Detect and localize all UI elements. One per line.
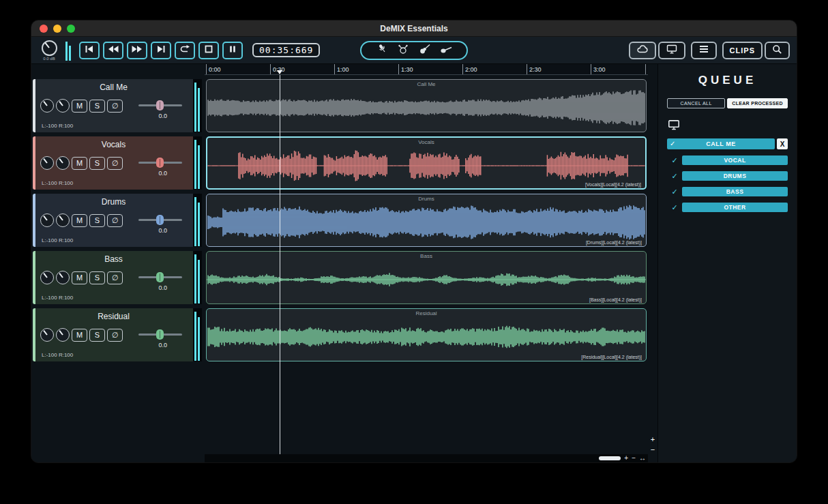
pan-range-label: L:-100 R:100 — [42, 123, 73, 129]
queue-item-pill[interactable]: VOCAL — [682, 155, 788, 165]
queue-item[interactable]: ✓ VOCAL — [667, 155, 788, 165]
pan-left-knob[interactable] — [40, 156, 54, 170]
fast-forward-button[interactable] — [127, 42, 147, 59]
track-header[interactable]: Vocals M S ∅ 0.0 L:-100 R:100 — [33, 136, 202, 190]
phase-button[interactable]: ∅ — [107, 214, 123, 227]
solo-button[interactable]: S — [89, 214, 105, 227]
check-icon: ✓ — [667, 204, 682, 211]
local-device-button[interactable] — [658, 42, 685, 59]
waveform[interactable] — [207, 259, 646, 300]
queue-item-parent[interactable]: ✓ CALL ME X — [667, 138, 788, 149]
queue-item-pill[interactable]: DRUMS — [682, 171, 788, 181]
menu-button[interactable] — [691, 42, 717, 59]
pan-right-knob[interactable] — [56, 99, 70, 113]
solo-button[interactable]: S — [89, 100, 105, 113]
track-level-meter — [193, 251, 202, 304]
app-window: DeMIX Essentials 0.0 dB — [31, 20, 797, 462]
waveform[interactable] — [207, 316, 646, 357]
timeline-ruler[interactable]: 0:000:301:001:302:002:303:003 — [205, 64, 648, 75]
meter-bar — [194, 312, 196, 361]
mute-button[interactable]: M — [72, 329, 87, 342]
hzoom-in-button[interactable]: + — [624, 455, 628, 462]
pan-right-knob[interactable] — [56, 271, 70, 284]
zoom-window-button[interactable] — [67, 25, 75, 33]
vzoom-in-button[interactable]: + — [648, 436, 657, 443]
queue-item-pill[interactable]: OTHER — [682, 203, 788, 212]
time-display[interactable]: 00:35:669 — [252, 43, 320, 57]
playhead-marker[interactable] — [277, 70, 282, 74]
stop-button[interactable] — [198, 42, 219, 59]
pan-right-knob[interactable] — [56, 328, 70, 342]
clear-processed-button[interactable]: CLEAR PROCESSED — [727, 98, 788, 108]
pan-left-knob[interactable] — [40, 213, 54, 227]
skip-start-button[interactable] — [79, 42, 100, 59]
close-window-button[interactable] — [40, 25, 48, 33]
volume-slider-thumb[interactable] — [156, 158, 164, 168]
drums-icon[interactable] — [397, 44, 409, 57]
track-lane[interactable]: Drums [Drums][Local][4.2 (latest)] — [206, 194, 647, 247]
track-lane[interactable]: Vocals [Vocals][Local][4.2 (latest)] — [206, 136, 647, 190]
pan-right-knob[interactable] — [56, 213, 70, 227]
volume-slider[interactable] — [138, 333, 182, 336]
queue-parent-pill[interactable]: ✓ CALL ME — [667, 138, 775, 149]
pause-button[interactable] — [222, 42, 243, 59]
track-header[interactable]: Bass M S ∅ 0.0 L:-100 R:100 — [33, 251, 202, 304]
volume-slider-thumb[interactable] — [156, 272, 164, 282]
vzoom-out-button[interactable]: − — [648, 446, 657, 454]
hzoom-out-button[interactable]: − — [632, 455, 636, 462]
hzoom-fit-button[interactable]: ↔ — [639, 455, 646, 462]
microphone-icon[interactable] — [376, 44, 388, 57]
master-gain-knob[interactable] — [42, 40, 57, 56]
minimize-window-button[interactable] — [53, 25, 61, 33]
main-area: Call Me M S ∅ 0.0 L:-100 R:100 Vocals — [31, 64, 797, 462]
mute-button[interactable]: M — [72, 214, 87, 227]
volume-slider[interactable] — [138, 162, 182, 164]
volume-slider[interactable] — [138, 276, 182, 278]
guitar-icon[interactable] — [419, 44, 431, 57]
mute-button[interactable]: M — [72, 271, 87, 284]
mute-button[interactable]: M — [72, 157, 87, 170]
track-header[interactable]: Residual M S ∅ 0.0 L:-100 R:100 — [33, 308, 202, 361]
loop-button[interactable] — [175, 42, 195, 59]
track-header[interactable]: Call Me M S ∅ 0.0 L:-100 R:100 — [33, 79, 202, 132]
phase-button[interactable]: ∅ — [107, 329, 123, 342]
hscroll-thumb[interactable] — [599, 456, 621, 460]
playhead-line[interactable] — [280, 75, 280, 454]
phase-button[interactable]: ∅ — [107, 100, 123, 113]
waveform[interactable] — [207, 87, 646, 128]
mute-button[interactable]: M — [72, 100, 87, 113]
clips-button[interactable]: CLIPS — [722, 42, 763, 59]
waveform[interactable] — [207, 202, 646, 243]
queue-item[interactable]: ✓ BASS — [667, 187, 788, 196]
phase-button[interactable]: ∅ — [107, 271, 123, 284]
volume-slider-thumb[interactable] — [156, 215, 164, 225]
cancel-all-button[interactable]: CANCEL ALL — [667, 98, 725, 108]
bass-guitar-icon[interactable] — [440, 44, 452, 57]
waveform[interactable] — [207, 145, 645, 186]
master-gain-readout: 0.0 dB — [43, 57, 55, 61]
track-header[interactable]: Drums M S ∅ 0.0 L:-100 R:100 — [33, 194, 202, 247]
phase-button[interactable]: ∅ — [107, 157, 123, 170]
queue-item-pill[interactable]: BASS — [682, 187, 788, 196]
solo-button[interactable]: S — [89, 271, 105, 284]
pan-left-knob[interactable] — [40, 271, 54, 284]
track-lane[interactable]: Residual [Residual][Local][4.2 (latest)] — [206, 308, 647, 361]
solo-button[interactable]: S — [89, 157, 105, 170]
queue-item[interactable]: ✓ OTHER — [667, 203, 788, 212]
volume-slider-thumb[interactable] — [156, 329, 164, 340]
volume-slider[interactable] — [138, 219, 182, 221]
remove-queue-item-button[interactable]: X — [777, 138, 788, 149]
volume-slider[interactable] — [138, 104, 182, 106]
pan-left-knob[interactable] — [40, 99, 54, 113]
cloud-button[interactable] — [629, 42, 656, 59]
queue-item[interactable]: ✓ DRUMS — [667, 171, 788, 181]
skip-end-button[interactable] — [151, 42, 171, 59]
search-button[interactable] — [765, 42, 790, 59]
track-lane[interactable]: Bass [Bass][Local][4.2 (latest)] — [206, 251, 647, 304]
rewind-button[interactable] — [103, 42, 123, 59]
track-lane[interactable]: Call Me — [206, 79, 647, 132]
solo-button[interactable]: S — [89, 329, 105, 342]
pan-left-knob[interactable] — [40, 328, 54, 342]
volume-slider-thumb[interactable] — [156, 100, 164, 110]
pan-right-knob[interactable] — [56, 156, 70, 170]
